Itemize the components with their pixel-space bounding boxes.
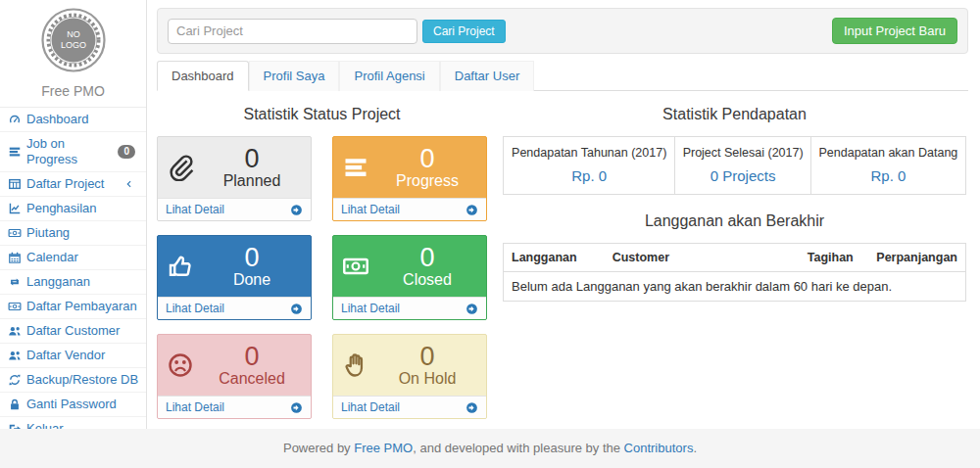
- tab-dashboard[interactable]: Dashboard: [157, 61, 249, 91]
- planned-label: Planned: [202, 172, 302, 190]
- card-text: 0 Done: [202, 244, 302, 289]
- search-input[interactable]: [168, 19, 417, 44]
- planned-count: 0: [202, 145, 302, 172]
- search-button[interactable]: Cari Project: [422, 20, 506, 43]
- sidebar-item-daftar-customer[interactable]: Daftar Customer: [0, 319, 146, 344]
- contributors-link[interactable]: Contributors: [624, 441, 694, 455]
- frown-icon: [167, 351, 202, 379]
- brand-name: Free PMO: [0, 83, 146, 99]
- progress-detail-link[interactable]: Lihat Detail: [333, 198, 486, 220]
- sidebar-item-label: Calendar: [26, 250, 78, 265]
- card-canceled: 0 Canceled Lihat Detail: [157, 334, 312, 419]
- income-col-header: Pendapatan akan Datang: [810, 137, 965, 166]
- table-row: Belum ada Langganan yang akan berakhir d…: [504, 272, 966, 302]
- sidebar-item-label: Langganan: [26, 274, 90, 290]
- subscription-col-customer: Customer: [605, 244, 800, 272]
- sidebar-item-job-on-progress[interactable]: Job on Progress 0: [0, 132, 146, 172]
- arrow-circle-right-icon: [290, 303, 303, 315]
- subscription-col-perpanjangan: Perpanjangan: [868, 244, 965, 272]
- closed-detail-link[interactable]: Lihat Detail: [333, 297, 486, 319]
- canceled-label: Canceled: [202, 370, 302, 388]
- line-chart-icon: [7, 202, 22, 215]
- retweet-icon: [7, 275, 22, 289]
- card-body: 0 Progress: [333, 137, 486, 198]
- sidebar-item-daftar-vendor[interactable]: Daftar Vendor: [0, 344, 146, 368]
- stats-column: Statistik Pendapatan Pendapatan Tahunan …: [503, 101, 968, 419]
- footer-text: .: [693, 441, 697, 455]
- status-column: Statistik Status Project 0 Planned Lihat…: [157, 101, 487, 419]
- arrow-circle-right-icon: [290, 204, 303, 216]
- sidebar-item-piutang[interactable]: Piutang: [0, 221, 146, 246]
- sidebar-item-penghasilan[interactable]: Penghasilan: [0, 197, 146, 221]
- angle-left-icon: [124, 179, 134, 189]
- sidebar-item-label: Daftar Customer: [26, 323, 120, 339]
- income-table: Pendapatan Tahunan (2017) Project Selesa…: [503, 136, 966, 195]
- canceled-detail-link[interactable]: Lihat Detail: [158, 396, 311, 418]
- planned-detail-link[interactable]: Lihat Detail: [158, 198, 311, 220]
- card-progress: 0 Progress Lihat Detail: [332, 136, 487, 221]
- sidebar-item-langganan[interactable]: Langganan: [0, 270, 146, 295]
- card-text: 0 Planned: [202, 145, 302, 190]
- card-planned: 0 Planned Lihat Detail: [157, 136, 312, 221]
- canceled-count: 0: [202, 343, 302, 370]
- sidebar-item-daftar-project[interactable]: Daftar Project: [0, 172, 146, 197]
- users-icon: [7, 324, 22, 338]
- tab-profil-saya[interactable]: Profil Saya: [249, 61, 340, 91]
- pendapatan-tahunan-value[interactable]: Rp. 0: [504, 165, 675, 195]
- card-text: 0 Progress: [377, 145, 477, 190]
- income-col-header: Pendapatan Tahunan (2017): [504, 137, 675, 166]
- svg-text:NO: NO: [67, 29, 80, 39]
- tab-daftar-user[interactable]: Daftar User: [440, 61, 534, 91]
- input-project-baru-button[interactable]: Input Project Baru: [832, 18, 957, 44]
- free-pmo-link[interactable]: Free PMO: [354, 441, 413, 455]
- income-section-title: Statistik Pendapatan: [503, 106, 966, 123]
- project-selesai-value[interactable]: 0 Projects: [675, 165, 810, 195]
- hand-icon: [342, 351, 377, 379]
- done-detail-link[interactable]: Lihat Detail: [158, 297, 311, 319]
- sidebar-item-calendar[interactable]: Calendar: [0, 246, 146, 270]
- progress-label: Progress: [377, 172, 477, 190]
- money-icon: [7, 300, 22, 313]
- card-text: 0 Closed: [377, 244, 477, 289]
- svg-text:LOGO: LOGO: [60, 40, 85, 50]
- tab-profil-agensi[interactable]: Profil Agensi: [339, 61, 439, 91]
- card-on-hold: 0 On Hold Lihat Detail: [332, 334, 487, 419]
- page-footer: Powered by Free PMO, and developed with …: [0, 429, 980, 468]
- card-closed: 0 Closed Lihat Detail: [332, 235, 487, 320]
- logo-block: NO LOGO Free PMO: [0, 0, 146, 108]
- arrow-circle-right-icon: [466, 204, 478, 216]
- on-hold-label: On Hold: [377, 370, 477, 388]
- sidebar-item-label: Piutang: [26, 225, 70, 241]
- subscription-empty-message: Belum ada Langganan yang akan berakhir d…: [504, 272, 966, 302]
- paperclip-icon: [167, 154, 202, 181]
- no-logo-badge: NO LOGO: [39, 6, 108, 74]
- done-count: 0: [202, 244, 302, 271]
- sidebar-item-label: Dashboard: [26, 112, 89, 127]
- footer-text: Powered by: [283, 441, 354, 455]
- detail-link-label: Lihat Detail: [166, 203, 224, 216]
- search-toolbar: Cari Project Input Project Baru: [157, 8, 968, 54]
- sidebar-item-dashboard[interactable]: Dashboard: [0, 108, 146, 132]
- footer-text: , and developed with pleasure by the: [413, 441, 623, 455]
- card-body: 0 Closed: [333, 236, 486, 297]
- sidebar: NO LOGO Free PMO Dashboard Job on Progre…: [0, 0, 147, 429]
- sidebar-item-ganti-password[interactable]: Ganti Password: [0, 393, 146, 417]
- calendar-icon: [7, 251, 22, 264]
- income-col-header: Project Selesai (2017): [675, 137, 810, 166]
- subscription-table: Langganan Customer Tagihan Perpanjangan …: [503, 243, 966, 302]
- on-hold-count: 0: [377, 343, 477, 370]
- sidebar-menu: Dashboard Job on Progress 0 Daftar Proje…: [0, 108, 146, 442]
- sidebar-item-daftar-pembayaran[interactable]: Daftar Pembayaran: [0, 295, 146, 319]
- thumbs-up-icon: [167, 253, 202, 280]
- money-icon: [342, 253, 377, 280]
- job-count-badge: 0: [118, 145, 135, 159]
- progress-count: 0: [377, 145, 477, 172]
- status-cards: 0 Planned Lihat Detail: [157, 136, 487, 419]
- money-icon: [7, 226, 22, 240]
- detail-link-label: Lihat Detail: [341, 203, 400, 216]
- tasks-icon: [7, 145, 22, 159]
- on-hold-detail-link[interactable]: Lihat Detail: [333, 396, 486, 418]
- users-icon: [7, 349, 22, 362]
- sidebar-item-backup-restore-db[interactable]: Backup/Restore DB: [0, 368, 146, 393]
- pendapatan-akan-datang-value[interactable]: Rp. 0: [810, 165, 965, 195]
